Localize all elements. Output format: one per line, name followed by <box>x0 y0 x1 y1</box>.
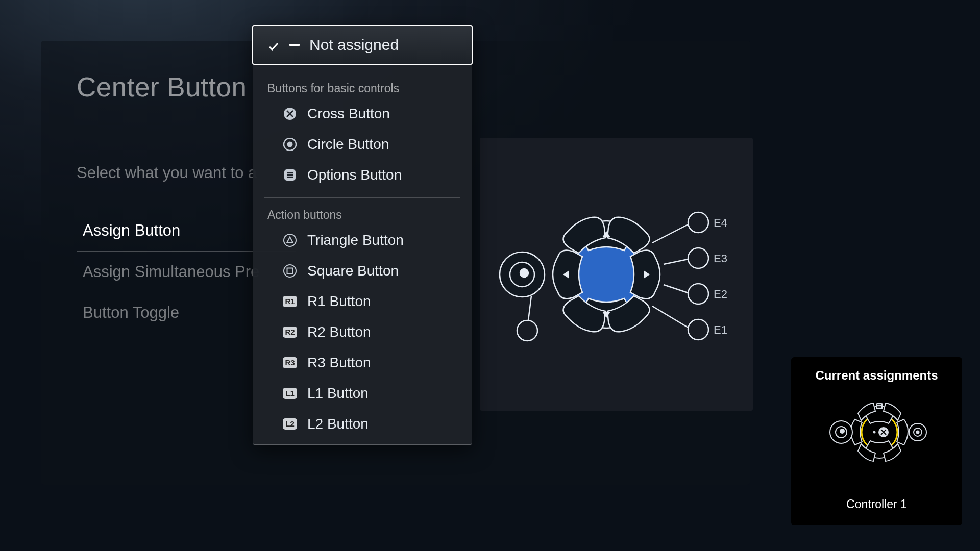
svg-point-7 <box>520 269 528 277</box>
dropdown-item-label: R3 Button <box>307 355 371 371</box>
check-icon <box>267 39 280 51</box>
svg-point-8 <box>517 320 537 341</box>
dropdown-item-cross[interactable]: Cross Button <box>253 98 472 129</box>
svg-line-11 <box>652 224 688 243</box>
svg-line-17 <box>652 306 688 328</box>
svg-point-35 <box>873 431 875 434</box>
dropdown-section-action: Action buttons <box>253 202 472 225</box>
dropdown-item-label: R2 Button <box>307 324 371 340</box>
dropdown-item-triangle[interactable]: Triangle Button <box>253 225 472 256</box>
svg-point-10 <box>688 212 708 233</box>
dropdown-item-label: Options Button <box>307 167 402 183</box>
r1-badge-icon: R1 <box>283 296 297 307</box>
dropdown-item-r2[interactable]: R2 R2 Button <box>253 317 472 347</box>
ext-label-e1: E1 <box>714 323 727 336</box>
current-assignments-panel: Current assignments <box>791 357 962 525</box>
access-controller-diagram-icon: E4 E3 E2 E1 <box>484 162 749 387</box>
current-assignments-diagram-icon <box>823 389 930 475</box>
dropdown-item-options[interactable]: Options Button <box>253 160 472 190</box>
divider <box>264 71 460 71</box>
dropdown-selected-not-assigned[interactable]: Not assigned <box>252 25 473 65</box>
dropdown-item-square[interactable]: Square Button <box>253 256 472 286</box>
circle-icon <box>283 137 297 152</box>
dash-icon <box>289 44 300 46</box>
svg-line-13 <box>664 259 688 264</box>
dropdown-item-l1[interactable]: L1 L1 Button <box>253 378 472 409</box>
dropdown-item-r3[interactable]: R3 R3 Button <box>253 347 472 378</box>
triangle-icon <box>283 233 297 247</box>
r2-badge-icon: R2 <box>283 327 297 338</box>
ext-label-e2: E2 <box>714 288 727 300</box>
l2-badge-icon: L2 <box>283 418 297 430</box>
svg-rect-30 <box>287 268 293 274</box>
dropdown-item-label: R1 Button <box>307 293 371 310</box>
svg-line-15 <box>664 285 688 293</box>
svg-point-14 <box>688 284 708 304</box>
dropdown-item-label: Circle Button <box>307 136 389 153</box>
dropdown-item-r1[interactable]: R1 R1 Button <box>253 286 472 317</box>
dropdown-item-label: Cross Button <box>307 106 390 122</box>
dropdown-item-circle[interactable]: Circle Button <box>253 129 472 160</box>
cross-icon <box>283 107 297 121</box>
dropdown-item-label: Square Button <box>307 263 399 279</box>
svg-marker-28 <box>287 237 293 243</box>
l1-badge-icon: L1 <box>283 388 297 399</box>
dropdown-section-basic: Buttons for basic controls <box>253 76 472 98</box>
options-icon <box>283 168 297 182</box>
svg-point-45 <box>916 431 919 434</box>
dropdown-item-l2[interactable]: L2 L2 Button <box>253 409 472 439</box>
current-assignments-title: Current assignments <box>815 368 938 383</box>
ext-label-e3: E3 <box>714 252 727 265</box>
svg-point-29 <box>284 265 296 277</box>
dropdown-item-label: L2 Button <box>307 416 369 432</box>
svg-point-12 <box>688 248 708 268</box>
svg-line-9 <box>528 296 531 320</box>
current-controller-label: Controller 1 <box>846 497 907 511</box>
svg-point-16 <box>688 319 708 340</box>
divider <box>264 197 460 198</box>
r3-badge-icon: R3 <box>283 357 297 368</box>
dropdown-selected-label: Not assigned <box>309 36 399 54</box>
controller-diagram-panel: E4 E3 E2 E1 <box>480 138 753 411</box>
ext-label-e4: E4 <box>714 216 727 229</box>
svg-point-22 <box>287 142 293 147</box>
assignment-dropdown[interactable]: Not assigned Buttons for basic controls … <box>253 26 472 445</box>
svg-point-42 <box>840 429 845 434</box>
dropdown-item-label: Triangle Button <box>307 232 404 248</box>
dropdown-item-label: L1 Button <box>307 385 369 402</box>
square-icon <box>283 264 297 278</box>
